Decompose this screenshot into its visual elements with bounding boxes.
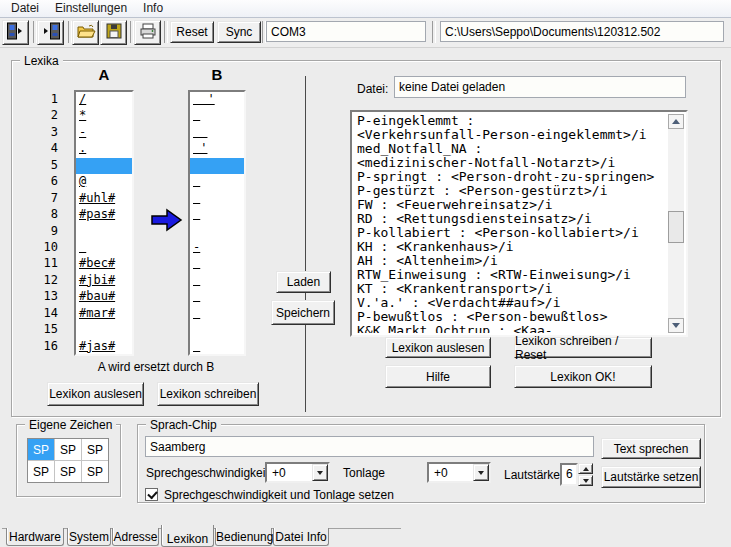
- tone-combo-arrow-button[interactable]: [473, 464, 489, 481]
- lexikon-schreiben-ab-button[interactable]: Lexikon schreiben: [157, 382, 259, 406]
- speed-label: Sprechgeschwindigkeit: [146, 466, 269, 480]
- list-b-item[interactable]: [190, 108, 244, 124]
- list-a-item[interactable]: [76, 224, 132, 240]
- list-a-item[interactable]: #pas#: [76, 207, 132, 223]
- text-sprechen-button[interactable]: Text sprechen: [601, 438, 701, 459]
- tab-lexikon[interactable]: Lexikon: [161, 525, 214, 547]
- list-a-item[interactable]: @: [76, 174, 132, 190]
- row-number: 12: [30, 273, 58, 289]
- lexika-group-label: Lexika: [20, 54, 63, 68]
- lexikon-auslesen-ab-button[interactable]: Lexikon auslesen: [47, 382, 144, 406]
- list-b-item[interactable]: ': [190, 92, 244, 108]
- menu-item-info[interactable]: Info: [135, 0, 171, 17]
- lexikon-auslesen-button[interactable]: Lexikon auslesen: [385, 337, 491, 358]
- list-a-item[interactable]: #bec#: [76, 256, 132, 272]
- row-number: 4: [30, 141, 58, 157]
- datei-value-field[interactable]: [394, 76, 686, 98]
- row-number: 6: [30, 174, 58, 190]
- list-b-item[interactable]: -: [190, 240, 244, 256]
- volume-down-button[interactable]: [578, 475, 593, 486]
- list-a-item[interactable]: #mar#: [76, 306, 132, 322]
- speed-combo[interactable]: +0: [265, 462, 330, 483]
- spin-up-icon: [583, 467, 589, 471]
- lexikon-schreiben-reset-button[interactable]: Lexikon schreiben / Reset: [514, 337, 652, 358]
- tab-system[interactable]: System: [67, 528, 111, 546]
- column-b-header: B: [188, 66, 246, 83]
- list-b-item[interactable]: [190, 289, 244, 305]
- list-a-item[interactable]: #jas#: [76, 339, 132, 355]
- lexicon-editor[interactable]: P-eingeklemmt : <Verkehrsunfall-Person-e…: [350, 110, 688, 337]
- sp-cell[interactable]: SP: [55, 439, 81, 460]
- save-file-button[interactable]: [100, 20, 127, 45]
- scrollbar-thumb[interactable]: [668, 211, 684, 243]
- list-b-item[interactable]: [190, 158, 244, 174]
- file-path-input[interactable]: [440, 21, 724, 42]
- tab-bedienung[interactable]: Bedienung: [215, 528, 272, 546]
- list-b-item[interactable]: [190, 256, 244, 272]
- speech-text-input[interactable]: [145, 436, 594, 457]
- menu-item-datei[interactable]: Datei: [3, 0, 47, 17]
- open-file-button[interactable]: [72, 20, 99, 45]
- tab-hardware[interactable]: Hardware: [6, 528, 64, 546]
- row-number: 15: [30, 322, 58, 338]
- list-b-item[interactable]: [190, 125, 244, 141]
- row-number: 1: [30, 92, 58, 108]
- tab-adresse[interactable]: Adresse: [112, 528, 159, 546]
- row-number: 11: [30, 256, 58, 272]
- sp-cell[interactable]: SP: [55, 461, 81, 482]
- list-b-item[interactable]: [190, 273, 244, 289]
- lexicon-list-b[interactable]: ' ' -: [188, 90, 246, 356]
- list-a-item[interactable]: [76, 322, 132, 338]
- volume-value[interactable]: 6: [560, 463, 578, 486]
- replace-note: A wird ersetzt durch B: [56, 360, 256, 374]
- list-a-item[interactable]: [76, 158, 132, 174]
- tone-combo[interactable]: +0: [427, 462, 491, 483]
- toolbar-separator: [432, 21, 436, 43]
- sp-cell[interactable]: SP: [28, 461, 54, 482]
- lexicon-editor-text: P-eingeklemmt : <Verkehrsunfall-Person-e…: [354, 114, 668, 333]
- speed-combo-arrow-button[interactable]: [312, 464, 328, 481]
- scrollbar-up-button[interactable]: [668, 114, 684, 129]
- sp-cell[interactable]: SP: [82, 461, 108, 482]
- list-a-item[interactable]: [76, 240, 132, 256]
- list-b-item[interactable]: [190, 174, 244, 190]
- replace-arrow-icon: [150, 206, 184, 237]
- sp-cell[interactable]: SP: [82, 439, 108, 460]
- list-b-item[interactable]: ': [190, 141, 244, 157]
- list-a-item[interactable]: /: [76, 92, 132, 108]
- list-a-item[interactable]: #bau#: [76, 289, 132, 305]
- tab-datei-info[interactable]: Datei Info: [273, 528, 329, 546]
- lexicon-list-a[interactable]: /*-.@#uhl##pas# #bec##jbi##bau##mar##jas…: [74, 90, 134, 356]
- list-a-item[interactable]: *: [76, 108, 132, 124]
- list-b-item[interactable]: [190, 191, 244, 207]
- list-a-item[interactable]: #uhl#: [76, 191, 132, 207]
- list-b-item[interactable]: [190, 322, 244, 338]
- tab-bar: HardwareSystemAdresseLexikonBedienungDat…: [0, 528, 731, 547]
- list-a-item[interactable]: -: [76, 125, 132, 141]
- speed-tone-checkbox[interactable]: [145, 488, 158, 501]
- toolbar-separator: [164, 21, 168, 43]
- sync-button[interactable]: Sync: [217, 21, 261, 43]
- read-from-device-button[interactable]: [2, 20, 29, 45]
- hilfe-button[interactable]: Hilfe: [385, 365, 491, 388]
- list-a-item[interactable]: #jbi#: [76, 273, 132, 289]
- list-a-item[interactable]: .: [76, 141, 132, 157]
- laden-button[interactable]: Laden: [276, 271, 331, 293]
- menu-item-einstellungen[interactable]: Einstellungen: [47, 0, 135, 17]
- list-b-item[interactable]: [190, 224, 244, 240]
- reset-button[interactable]: Reset: [170, 21, 214, 43]
- sp-cell[interactable]: SP: [28, 439, 54, 460]
- print-button[interactable]: [134, 20, 161, 45]
- list-b-item[interactable]: [190, 207, 244, 223]
- lexikon-ok-button[interactable]: Lexikon OK!: [514, 365, 652, 388]
- volume-up-button[interactable]: [578, 463, 593, 474]
- lautstaerke-setzen-button[interactable]: Lautstärke setzen: [601, 466, 701, 488]
- column-a-header: A: [74, 66, 134, 83]
- write-to-device-button[interactable]: [37, 20, 64, 45]
- com-port-input[interactable]: [266, 21, 426, 42]
- scrollbar-down-button[interactable]: [668, 318, 684, 333]
- editor-scrollbar[interactable]: [668, 114, 684, 333]
- list-b-item[interactable]: [190, 306, 244, 322]
- speichern-button[interactable]: Speichern: [271, 300, 335, 325]
- list-b-item[interactable]: [190, 339, 244, 355]
